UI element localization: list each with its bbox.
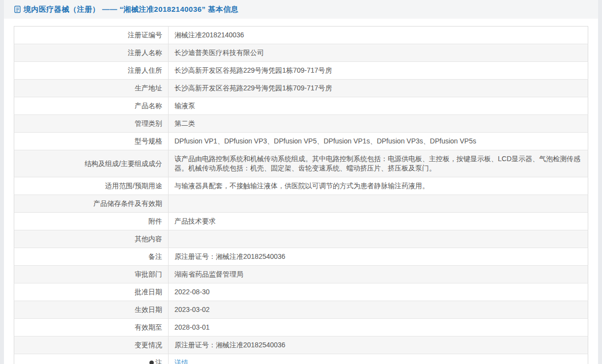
- row-value: 与输液器具配套，不接触输注液体，供医院以可调节的方式为患者静脉输注药液用。: [169, 177, 588, 195]
- table-row: 注册证编号湘械注准20182140036: [14, 27, 588, 44]
- row-value: 长沙高新开发区谷苑路229号海凭园1栋709-717号房: [169, 80, 588, 97]
- row-label: 型号规格: [14, 133, 169, 150]
- table-row: 其他内容: [14, 230, 588, 248]
- document-icon: [14, 5, 21, 13]
- row-value: 湘械注准20182140036: [169, 27, 588, 44]
- row-value: 产品技术要求: [169, 213, 588, 230]
- row-label: 管理类别: [14, 115, 169, 133]
- row-value: 湖南省药品监督管理局: [169, 266, 588, 283]
- info-table: 注册证编号湘械注准20182140036注册人名称长沙迪普美医疗科技有限公司注册…: [14, 26, 588, 364]
- table-row: 适用范围/预期用途与输液器具配套，不接触输注液体，供医院以可调节的方式为患者静脉…: [14, 177, 588, 195]
- row-value: 2023-03-02: [169, 301, 588, 319]
- row-value: [169, 195, 588, 213]
- row-label: 注册人名称: [14, 44, 169, 62]
- row-label: 注册人住所: [14, 62, 169, 80]
- row-label: 产品名称: [14, 97, 169, 115]
- table-row: 注册人名称长沙迪普美医疗科技有限公司: [14, 44, 588, 62]
- table-row: 生产地址长沙高新开发区谷苑路229号海凭园1栋709-717号房: [14, 80, 588, 97]
- pin-icon: [149, 361, 154, 364]
- table-row: 结构及组成/主要组成成分该产品由电路控制系统和机械传动系统组成。其中电路控制系统…: [14, 150, 588, 177]
- row-label: 有效期至: [14, 319, 169, 336]
- row-label: 备注: [14, 248, 169, 266]
- page-header: 境内医疗器械（注册） —— “湘械注准20182140036” 基本信息: [4, 0, 598, 19]
- table-row: 变更情况原注册证号：湘械注准20182540036: [14, 336, 588, 354]
- row-label: 生产地址: [14, 80, 169, 97]
- row-value: DPfusion VP1、DPfusion VP3、DPfusion VP5、D…: [169, 133, 588, 150]
- row-value: 长沙迪普美医疗科技有限公司: [169, 44, 588, 62]
- table-row: 审批部门湖南省药品监督管理局: [14, 266, 588, 283]
- row-value: 第二类: [169, 115, 588, 133]
- table-row: 批准日期2022-08-30: [14, 283, 588, 301]
- info-table-body: 注册证编号湘械注准20182140036注册人名称长沙迪普美医疗科技有限公司注册…: [14, 27, 588, 364]
- row-value: [169, 230, 588, 248]
- table-row: 管理类别第二类: [14, 115, 588, 133]
- row-value: 2022-08-30: [169, 283, 588, 301]
- row-label: 批准日期: [14, 283, 169, 301]
- table-row: 注册人住所长沙高新开发区谷苑路229号海凭园1栋709-717号房: [14, 62, 588, 80]
- detail-link[interactable]: 详情: [174, 359, 188, 364]
- table-row: 产品储存条件及有效期: [14, 195, 588, 213]
- content-panel: 注册证编号湘械注准20182140036注册人名称长沙迪普美医疗科技有限公司注册…: [4, 19, 598, 364]
- row-value: 输液泵: [169, 97, 588, 115]
- row-value: 2028-03-01: [169, 319, 588, 336]
- row-label: 审批部门: [14, 266, 169, 283]
- page-title: 境内医疗器械（注册） —— “湘械注准20182140036” 基本信息: [24, 5, 238, 14]
- row-label: 注册证编号: [14, 27, 169, 44]
- row-value: 原注册证号：湘械注准20182540036: [169, 336, 588, 354]
- row-label: 其他内容: [14, 230, 169, 248]
- row-label: 适用范围/预期用途: [14, 177, 169, 195]
- row-label: 结构及组成/主要组成成分: [14, 150, 169, 177]
- table-row: 附件产品技术要求: [14, 213, 588, 230]
- row-value: 原注册证号：湘械注准20182540036: [169, 248, 588, 266]
- table-row: 生效日期2023-03-02: [14, 301, 588, 319]
- row-value[interactable]: 详情: [169, 354, 588, 364]
- table-row: 备注原注册证号：湘械注准20182540036: [14, 248, 588, 266]
- row-label: 附件: [14, 213, 169, 230]
- row-label: 变更情况: [14, 336, 169, 354]
- table-row: 产品名称输液泵: [14, 97, 588, 115]
- row-label: 产品储存条件及有效期: [14, 195, 169, 213]
- table-row: 型号规格DPfusion VP1、DPfusion VP3、DPfusion V…: [14, 133, 588, 150]
- row-label: 注: [14, 354, 169, 364]
- table-row: 有效期至2028-03-01: [14, 319, 588, 336]
- table-row: 注详情: [14, 354, 588, 364]
- row-value: 该产品由电路控制系统和机械传动系统组成。其中电路控制系统包括：电源供电板、主控板…: [169, 150, 588, 177]
- row-value: 长沙高新开发区谷苑路229号海凭园1栋709-717号房: [169, 62, 588, 80]
- row-label: 生效日期: [14, 301, 169, 319]
